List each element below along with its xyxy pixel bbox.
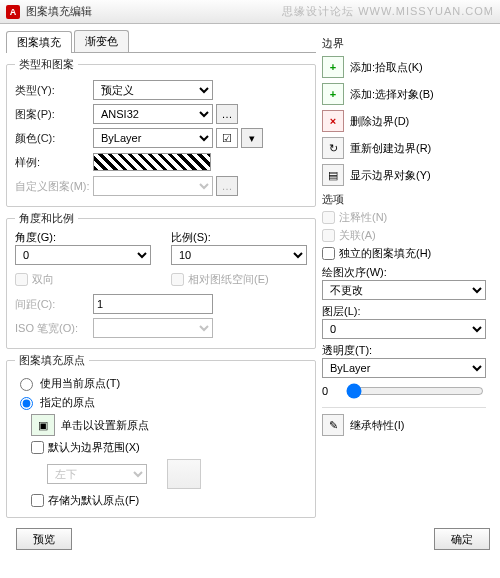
spacing-label: 间距(C): <box>15 297 93 312</box>
spacing-input[interactable] <box>93 294 213 314</box>
options-title: 选项 <box>322 192 486 207</box>
draworder-label: 绘图次序(W): <box>322 265 486 280</box>
color-dropdown-button[interactable]: ▾ <box>241 128 263 148</box>
pattern-select[interactable]: ANSI32 <box>93 104 213 124</box>
show-boundary-button[interactable]: ▤显示边界对象(Y) <box>322 164 486 186</box>
preview-button[interactable]: 预览 <box>16 528 72 550</box>
group-type-pattern: 类型和图案 类型(Y): 预定义 图案(P): ANSI32 … 颜色(C): … <box>6 57 316 207</box>
recreate-icon: ↻ <box>322 137 344 159</box>
group-origin: 图案填充原点 使用当前原点(T) 指定的原点 ▣ 单击以设置新原点 默认为边界范… <box>6 353 316 518</box>
add-pickpoint-button[interactable]: 添加:拾取点(K) <box>322 56 486 78</box>
origin-preview-icon <box>167 459 201 489</box>
custom-pattern-browse: … <box>216 176 238 196</box>
boundary-title: 边界 <box>322 36 486 51</box>
transparency-select[interactable]: ByLayer <box>322 358 486 378</box>
eye-icon: ▤ <box>322 164 344 186</box>
annotative-checkbox <box>322 211 335 224</box>
isopen-label: ISO 笔宽(O): <box>15 321 93 336</box>
sample-swatch[interactable] <box>93 153 211 171</box>
isopen-select <box>93 318 213 338</box>
legend-origin: 图案填充原点 <box>15 353 89 368</box>
draworder-select[interactable]: 不更改 <box>322 280 486 300</box>
scale-select[interactable]: 10 <box>171 245 307 265</box>
extent-select: 左下 <box>47 464 147 484</box>
inherit-icon: ✎ <box>322 414 344 436</box>
legend-angle-scale: 角度和比例 <box>15 211 78 226</box>
layer-select[interactable]: 0 <box>322 319 486 339</box>
type-select[interactable]: 预定义 <box>93 80 213 100</box>
pattern-label: 图案(P): <box>15 107 93 122</box>
transparency-value: 0 <box>322 385 340 397</box>
recreate-boundary-button[interactable]: ↻重新创建边界(R) <box>322 137 486 159</box>
scale-label: 比例(S): <box>171 230 307 245</box>
type-label: 类型(Y): <box>15 83 93 98</box>
associative-checkbox <box>322 229 335 242</box>
add-select-button[interactable]: 添加:选择对象(B) <box>322 83 486 105</box>
layer-label: 图层(L): <box>322 304 486 319</box>
plus-icon <box>322 56 344 78</box>
transparency-label: 透明度(T): <box>322 343 486 358</box>
paperspace-checkbox <box>171 273 184 286</box>
separator <box>322 407 486 408</box>
set-origin-label: 单击以设置新原点 <box>61 418 149 433</box>
color-swatch-button[interactable]: ☑ <box>216 128 238 148</box>
angle-select[interactable]: 0 <box>15 245 151 265</box>
angle-label: 角度(G): <box>15 230 151 245</box>
watermark: 思缘设计论坛 WWW.MISSYUAN.COM <box>282 4 494 19</box>
inherit-button[interactable]: ✎继承特性(I) <box>322 414 486 436</box>
legend-type-pattern: 类型和图案 <box>15 57 78 72</box>
app-icon: A <box>6 5 20 19</box>
tab-hatch[interactable]: 图案填充 <box>6 31 72 53</box>
origin-current-radio[interactable] <box>20 378 33 391</box>
color-label: 颜色(C): <box>15 131 93 146</box>
tab-strip: 图案填充 渐变色 <box>6 30 316 53</box>
color-select[interactable]: ByLayer <box>93 128 213 148</box>
window-title: 图案填充编辑 <box>26 4 282 19</box>
store-origin-checkbox[interactable] <box>31 494 44 507</box>
double-checkbox <box>15 273 28 286</box>
custom-pattern-label: 自定义图案(M): <box>15 179 93 194</box>
pattern-browse-button[interactable]: … <box>216 104 238 124</box>
origin-specified-radio[interactable] <box>20 397 33 410</box>
dialog-footer: 预览 确定 <box>0 522 500 560</box>
remove-boundary-button[interactable]: 删除边界(D) <box>322 110 486 132</box>
set-origin-button[interactable]: ▣ <box>31 414 55 436</box>
tab-gradient[interactable]: 渐变色 <box>74 30 129 52</box>
default-extent-checkbox[interactable] <box>31 441 44 454</box>
independent-checkbox[interactable] <box>322 247 335 260</box>
sample-label: 样例: <box>15 155 93 170</box>
title-bar: A 图案填充编辑 思缘设计论坛 WWW.MISSYUAN.COM <box>0 0 500 24</box>
ok-button[interactable]: 确定 <box>434 528 490 550</box>
group-angle-scale: 角度和比例 角度(G): 0 比例(S): 10 双向 相对图纸空间(E) 间距… <box>6 211 316 349</box>
custom-pattern-select <box>93 176 213 196</box>
plus-icon <box>322 83 344 105</box>
transparency-slider[interactable] <box>346 383 484 399</box>
x-icon <box>322 110 344 132</box>
